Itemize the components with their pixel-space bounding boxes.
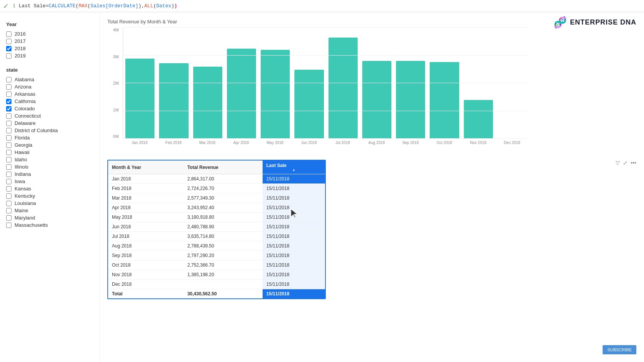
bar-group[interactable]	[394, 28, 427, 139]
state-filter-item[interactable]: Kansas	[6, 185, 93, 192]
state-checkbox[interactable]	[6, 77, 12, 82]
state-label: California	[15, 98, 36, 104]
bar-group[interactable]	[495, 28, 529, 139]
state-checkbox[interactable]	[6, 99, 12, 104]
state-checkbox[interactable]	[6, 106, 12, 111]
state-filter-item[interactable]: Maryland	[6, 214, 93, 221]
state-checkbox[interactable]	[6, 121, 12, 126]
state-label: Alabama	[15, 77, 34, 82]
cell-last-sale: 15/11/2018	[263, 184, 325, 193]
bar-group[interactable]	[360, 28, 394, 139]
year-filter-item[interactable]: 2016	[6, 30, 93, 38]
cell-last-sale: 15/11/2018	[263, 251, 325, 260]
more-options-icon[interactable]: •••	[631, 160, 636, 166]
x-axis-label: Jul 2018	[326, 139, 360, 150]
state-checkbox[interactable]	[6, 186, 12, 192]
bar	[396, 61, 425, 139]
state-filter-item[interactable]: Arkansas	[6, 90, 93, 98]
expand-icon[interactable]: ⤢	[623, 160, 628, 166]
state-label: Massachusetts	[15, 222, 48, 228]
state-label: Kentucky	[15, 193, 35, 199]
state-label: Georgia	[15, 142, 32, 148]
main-layout: Year 2016201720182019 state AlabamaArizo…	[0, 12, 644, 362]
state-checkbox[interactable]	[6, 135, 12, 141]
state-filter-item[interactable]: Maine	[6, 207, 93, 214]
bar-group[interactable]	[157, 28, 191, 139]
chart-section: Total Revenue by Month & Year 4M3M2M1M0M…	[107, 19, 636, 150]
state-checkbox[interactable]	[6, 215, 12, 221]
state-filter-item[interactable]: Connecticut	[6, 112, 93, 120]
bar-group[interactable]	[225, 28, 258, 139]
filter-icon[interactable]: ▽	[616, 160, 620, 166]
year-filter-item[interactable]: 2019	[6, 52, 93, 59]
cell-revenue: 2,752,366.70	[184, 260, 263, 270]
state-filter-item[interactable]: Georgia	[6, 141, 93, 149]
year-filter-item[interactable]: 2017	[6, 38, 93, 45]
bar-group[interactable]	[427, 28, 461, 139]
state-filter-item[interactable]: District of Columbia	[6, 127, 93, 134]
state-checkbox[interactable]	[6, 113, 12, 119]
year-checkbox[interactable]	[6, 39, 12, 44]
cell-month: Feb 2018	[108, 184, 184, 193]
state-filter-item[interactable]: Idaho	[6, 156, 93, 163]
cell-revenue: 3,180,918.80	[184, 213, 263, 222]
state-label: Florida	[15, 135, 30, 141]
bar-group[interactable]	[462, 28, 495, 139]
chart-container: 4M3M2M1M0M Jan 2018Feb 2018Mar 2018Apr 2…	[107, 28, 529, 150]
year-filter-item[interactable]: 2018	[6, 45, 93, 52]
state-filter-item[interactable]: Delaware	[6, 120, 93, 127]
chart-bars-area	[123, 28, 529, 139]
state-checkbox[interactable]	[6, 150, 12, 155]
state-filter-item[interactable]: Florida	[6, 134, 93, 141]
col-header-last-sale[interactable]: Last Sale ▲	[263, 161, 325, 174]
state-checkbox[interactable]	[6, 84, 12, 90]
year-checkbox[interactable]	[6, 31, 12, 37]
state-checkbox[interactable]	[6, 92, 12, 97]
state-checkbox[interactable]	[6, 179, 12, 184]
year-label: 2018	[15, 46, 26, 51]
table-body: Jan 20182,864,317.0015/11/2018Feb 20182,…	[108, 174, 325, 299]
state-checkbox[interactable]	[6, 223, 12, 228]
state-checkbox[interactable]	[6, 193, 12, 199]
state-label: Maine	[15, 208, 28, 213]
bar-group[interactable]	[292, 28, 326, 139]
state-filter-item[interactable]: Iowa	[6, 178, 93, 185]
state-checkbox[interactable]	[6, 157, 12, 162]
bar-group[interactable]	[326, 28, 360, 139]
cell-revenue	[184, 280, 263, 289]
bar-group[interactable]	[258, 28, 292, 139]
state-filter-item[interactable]: Arizona	[6, 83, 93, 90]
state-filter-item[interactable]: Indiana	[6, 170, 93, 178]
state-filter-item[interactable]: California	[6, 98, 93, 105]
state-checkbox[interactable]	[6, 172, 12, 177]
state-filter-item[interactable]: Alabama	[6, 76, 93, 83]
state-checkbox[interactable]	[6, 128, 12, 133]
state-label: Idaho	[15, 157, 27, 162]
bar-group[interactable]	[191, 28, 225, 139]
state-filter-item[interactable]: Colorado	[6, 105, 93, 112]
state-checkbox[interactable]	[6, 208, 12, 213]
cell-last-sale: 15/11/2018	[263, 260, 325, 270]
table-row: Jun 20182,480,788.9015/11/2018	[108, 222, 325, 232]
state-checkbox[interactable]	[6, 164, 12, 170]
data-table: Month & Year Total Revenue Last Sale ▲ J…	[108, 161, 325, 298]
state-filter-item[interactable]: Louisiana	[6, 200, 93, 207]
state-filter-item[interactable]: Massachusetts	[6, 221, 93, 229]
state-filter-item[interactable]: Illinois	[6, 163, 93, 170]
bar	[430, 62, 459, 139]
cell-month: Apr 2018	[108, 203, 184, 213]
state-filter-item[interactable]: Kentucky	[6, 192, 93, 200]
state-checkbox[interactable]	[6, 143, 12, 148]
cell-month: Total	[108, 289, 184, 299]
cell-last-sale: 15/11/2018	[263, 280, 325, 289]
cell-month: Jul 2018	[108, 232, 184, 241]
subscribe-button[interactable]: SUBSCRIBE	[603, 345, 636, 354]
year-checkbox[interactable]	[6, 46, 12, 51]
bar-group[interactable]	[123, 28, 157, 139]
state-label: Iowa	[15, 179, 25, 184]
state-label: Illinois	[15, 164, 28, 170]
confirm-icon[interactable]: ✓	[3, 2, 9, 10]
year-checkbox[interactable]	[6, 53, 12, 59]
state-checkbox[interactable]	[6, 201, 12, 206]
state-filter-item[interactable]: Hawaii	[6, 149, 93, 156]
